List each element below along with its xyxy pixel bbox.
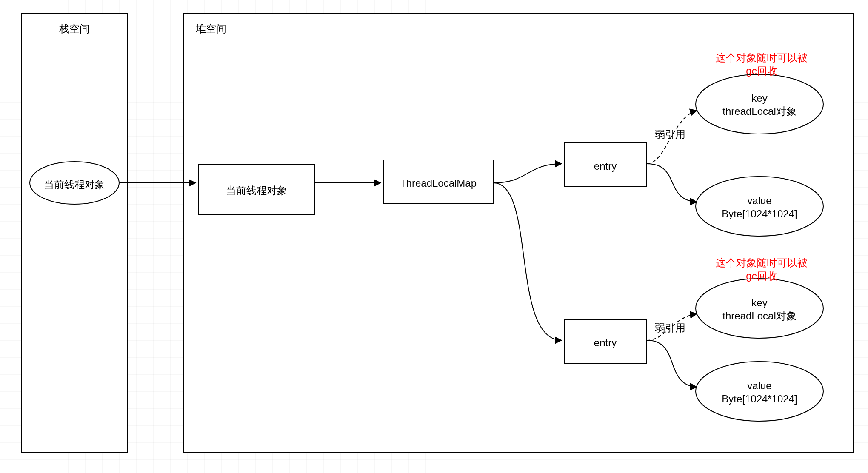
key2-text: key threadLocal对象 xyxy=(696,296,823,322)
gc-note-2-line1: 这个对象随时可以被 xyxy=(716,257,808,268)
key1-text: key threadLocal对象 xyxy=(696,91,823,118)
weak-ref-2: 弱引用 xyxy=(647,321,694,334)
value2-text: value Byte[1024*1024] xyxy=(696,379,823,405)
stack-space-title: 栈空间 xyxy=(21,22,128,35)
heap-thread-label: 当前线程对象 xyxy=(198,184,315,197)
heap-space-title: 堆空间 xyxy=(196,22,264,35)
key2-line1: key xyxy=(751,297,767,308)
key1-line1: key xyxy=(751,92,767,104)
value1-line2: Byte[1024*1024] xyxy=(722,208,797,219)
gc-note-1-line1: 这个对象随时可以被 xyxy=(716,52,808,63)
key2-line2: threadLocal对象 xyxy=(722,310,796,322)
weak-ref-1: 弱引用 xyxy=(647,128,694,141)
stack-space-container xyxy=(21,13,128,453)
entry1-label: entry xyxy=(564,160,647,173)
entry2-label: entry xyxy=(564,336,647,349)
value1-line1: value xyxy=(747,195,771,206)
gc-note-1-line2: gc回收 xyxy=(746,65,777,77)
gc-note-2-line2: gc回收 xyxy=(746,270,777,282)
value2-line2: Byte[1024*1024] xyxy=(722,393,797,405)
value1-text: value Byte[1024*1024] xyxy=(696,194,823,220)
gc-note-2: 这个对象随时可以被 gc回收 xyxy=(698,256,825,282)
gc-note-1: 这个对象随时可以被 gc回收 xyxy=(698,51,825,77)
stack-thread-label: 当前线程对象 xyxy=(30,178,119,191)
tlm-label: ThreadLocalMap xyxy=(383,177,494,190)
value2-line1: value xyxy=(747,380,771,391)
key1-line2: threadLocal对象 xyxy=(722,105,796,117)
